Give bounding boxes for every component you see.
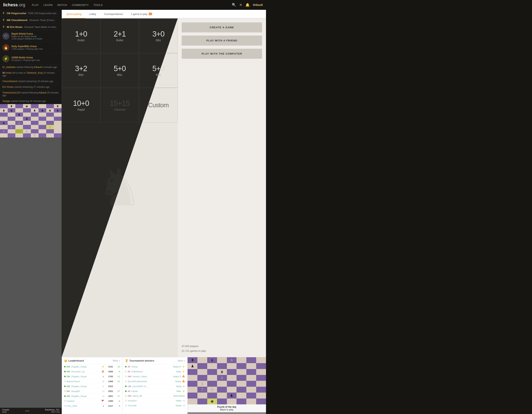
search-icon[interactable]: 🔍 <box>232 3 236 7</box>
nav-watch[interactable]: WATCH <box>56 2 69 8</box>
tw-row-9[interactable]: Farmville Yearly 🗃 <box>123 403 187 408</box>
lb-row-3[interactable]: GM Zhigalko_Sergei ♞ 2765 ↑11 <box>62 374 123 379</box>
puzzle-title: Puzzle of the day <box>189 405 265 408</box>
mic-icon-2: 🎙 <box>2 18 5 22</box>
top-nav: lichess.org PLAY LEARN WATCH COMMUNITY T… <box>0 0 266 10</box>
pairing-type-8: Classical <box>114 108 125 111</box>
pairing-cell-3-0[interactable]: 10+0 Rapid <box>62 88 100 123</box>
lb-row-5[interactable]: GM Zhigalko_Sergei 🖱 2523 <box>62 384 123 389</box>
puzzle-of-the-day[interactable]: ♜ ♝ ♔ ♟ <box>188 357 266 414</box>
center-right: Quick pairing Lobby Correspondence 1 gam… <box>62 10 266 414</box>
bottom-section: 👑 Leaderboard More » GM Zhigalko_Sergei … <box>62 357 266 414</box>
lb-row-4[interactable]: MaksimPanov ⚙ 2468 ↑31 <box>62 379 123 384</box>
pairing-type-7: Rapid <box>77 108 85 111</box>
lb-row-7[interactable]: GM Zhigalko_Sergei 🗃 2601 ↑17 <box>62 394 123 399</box>
streamer-nm-chessnetwork[interactable]: 🎙 NM ChessNetwork Streamer !Team [Chess.… <box>0 17 62 24</box>
pairing-grid-container: ♞ 1+0 Bullet 2+1 Bullet 3+0 Blitz <box>62 18 178 357</box>
player-count: 47,924 players <box>182 344 262 348</box>
tournament-rapid-shield[interactable]: 🛡 Rapid Shield Arena Battle for the Rapi… <box>0 30 62 42</box>
pairing-time-2: 2+1 <box>114 30 126 38</box>
nav-links: PLAY LEARN WATCH COMMUNITY TOOLS <box>30 2 232 8</box>
lb-row-8[interactable]: ClasbyD 🚩 2499 ↓2 <box>62 399 123 404</box>
play-with-friend-button[interactable]: PLAY WITH A FRIEND <box>182 36 262 46</box>
pairing-cell-2-2[interactable]: 5+3 Blitz <box>139 53 178 88</box>
tournament-sub-2: 1,392 players • Playing right now <box>11 48 43 50</box>
pairing-type-6: Blitz <box>156 73 161 76</box>
tab-game-in-play[interactable]: 1 game in play 1 <box>127 10 156 18</box>
lb-row-6[interactable]: NM Jasugi99 🗃 2832 ↑27 <box>62 389 123 394</box>
pairing-type-2: Bullet <box>116 39 123 42</box>
create-game-button[interactable]: CREATE A GAME <box>182 22 262 32</box>
pairing-cell-custom[interactable]: Custom <box>139 88 178 123</box>
pairing-type-4: Blitz <box>78 73 84 76</box>
shield-icon: 🛡 <box>2 33 10 40</box>
tournament-superblitz[interactable]: 🔥 Daily SuperBlitz Arena 1,392 players •… <box>0 42 62 53</box>
streamer-name: Kingscrusher <box>11 12 26 15</box>
nav-play[interactable]: PLAY <box>30 2 41 8</box>
streamer-desc: FIDE CM Kingscrusher pla... <box>28 12 58 15</box>
lb-row-9[interactable]: Fritzi_2003 ♟ 2417 ↑8 <box>62 404 123 408</box>
leaderboard-more[interactable]: More » <box>113 359 120 362</box>
tw-row-1[interactable]: IM KAstar Yearly H ⚡ <box>123 364 187 369</box>
tab-lobby[interactable]: Lobby <box>85 10 100 18</box>
tw-row-7[interactable]: NM Valera_B5 2019 Winter <box>123 394 187 398</box>
nav-learn[interactable]: LEARN <box>41 2 55 8</box>
lb-row-1[interactable]: GM Zhigalko_Sergei ⚡ 3101 ↑10 <box>62 364 123 369</box>
tournament-name-2: Daily SuperBlitz Arena <box>11 45 43 48</box>
tournament-bullet[interactable]: ⚡ U2000 Bullet Arena 84 players • Playin… <box>0 53 62 64</box>
main-wrap: 🎙 CM Kingscrusher FIDE CM Kingscrusher p… <box>0 10 266 414</box>
black-player-rating: 2537 FM <box>51 411 60 413</box>
pairing-cell-1-1[interactable]: 2+1 Bullet <box>100 18 139 53</box>
nav-community[interactable]: COMMUNITY <box>70 2 91 8</box>
streamer-im-ericrosen[interactable]: 🎙 IM Eric Rosen Streamer Team Battle on … <box>0 24 62 30</box>
user-name[interactable]: thibault <box>253 3 263 7</box>
pairing-cell-1-2[interactable]: 3+0 Blitz <box>139 18 178 53</box>
activity-item-6: Sladgie started streaming 30 minutes ago <box>0 98 62 104</box>
tw-row-3[interactable]: NM Sviridov_Valery Yearly S 🔥 <box>123 374 187 379</box>
tw-more[interactable]: More » <box>178 359 185 362</box>
streamer-desc-2: Streamer !Team [Chess... <box>29 19 56 22</box>
tab-correspondence[interactable]: Correspondence <box>100 10 127 18</box>
tw-row-6[interactable]: IM KAstar Elite ⚡ <box>123 389 187 394</box>
nav-tools[interactable]: TOOLS <box>92 2 105 8</box>
mute-icon[interactable]: 🔔 <box>245 3 250 7</box>
tw-row-8[interactable]: recastrov Yearly 🗃 <box>123 398 187 403</box>
bolt-icon: ⚡ <box>2 55 10 62</box>
logo[interactable]: lichess.org <box>3 2 25 8</box>
tw-row-4[interactable]: BornOfGodAndVoid Yearly 🔥 <box>123 379 187 384</box>
pairing-time-7: 10+0 <box>73 99 89 108</box>
pairing-type-5: Blitz <box>117 73 122 76</box>
streamer-name-3: Eric Rosen <box>10 26 23 28</box>
pairing-type: Bullet <box>78 39 85 42</box>
streamer-title-3: IM <box>7 26 9 28</box>
pairing-cell-2-1[interactable]: 5+0 Blitz <box>100 53 139 88</box>
game-in-play-badge: 1 <box>149 13 152 15</box>
tw-header: 🏆 Tournament winners More » <box>123 357 187 364</box>
trophy-icon-2: 🏆 <box>125 359 128 362</box>
white-player-rating: 2682 <box>2 411 7 413</box>
activity-item-3: ChessNetwork started streaming 19 minute… <box>0 79 62 84</box>
lb-row-2[interactable]: GM Alexander_Zu... 🔥 2906 ↑6 <box>62 369 123 374</box>
pairing-cell-1-0[interactable]: 1+0 Bullet <box>62 18 100 53</box>
streamer-title: CM <box>7 12 10 15</box>
mini-game-board[interactable]: ♜ ♚ ♜ ♟ ♟ ♟ ♟ ♟ ♟ ♟ <box>0 104 62 414</box>
tournament-sub: Battle for the Rapid Shield <box>11 35 42 37</box>
pairing-time-3: 3+0 <box>152 30 164 38</box>
pairing-cell-3-1[interactable]: 15+15 Classical <box>100 88 139 123</box>
pairing-type-3: Blitz <box>156 39 161 42</box>
sidebar: 🎙 CM Kingscrusher FIDE CM Kingscrusher p… <box>0 10 62 414</box>
streamer-title-2: NM <box>7 19 10 22</box>
pairing-cell-2-0[interactable]: 3+2 Blitz <box>62 53 100 88</box>
leaderboard-title: 👑 Leaderboard <box>64 359 84 362</box>
play-with-computer-button[interactable]: PLAY WITH THE COMPUTER <box>182 49 262 59</box>
tournament-players: 1,281 players finishes in 5 hours <box>11 37 42 40</box>
puzzle-subtitle: Black to play <box>189 408 265 411</box>
tw-row-5[interactable]: LM Lance5500-Yo... Yearly ♞ <box>123 384 187 389</box>
pairing-time-5: 5+0 <box>114 64 126 73</box>
streamer-cm-kingscrusher[interactable]: 🎙 CM Kingscrusher FIDE CM Kingscrusher p… <box>0 10 62 17</box>
black-player-name: Babafingo_321 <box>45 408 60 411</box>
tab-quick-pairing[interactable]: Quick pairing <box>63 10 85 18</box>
close-icon[interactable]: ✕ <box>239 3 242 7</box>
tw-row-2[interactable]: IM DrMelekess Daily ⚡ <box>123 369 187 374</box>
games-in-play: 21,721 games in play <box>182 349 262 353</box>
